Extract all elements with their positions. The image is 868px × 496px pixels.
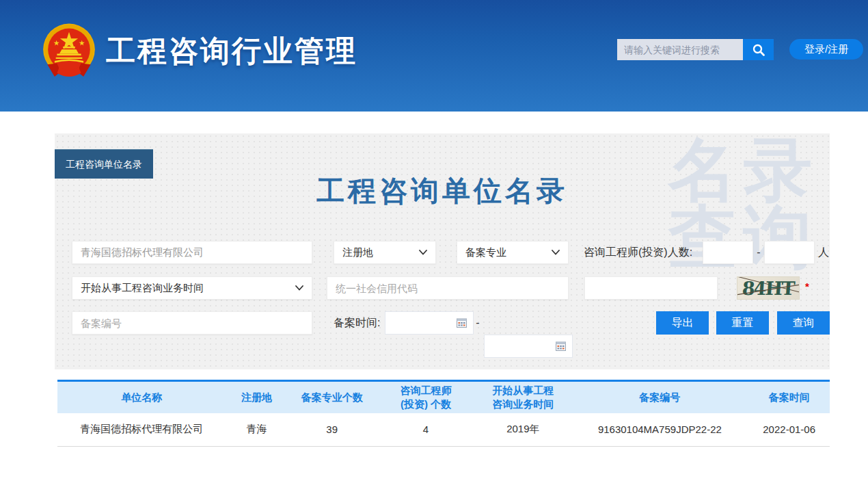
chevron-down-icon bbox=[419, 250, 427, 255]
record-time-end-input[interactable] bbox=[484, 335, 573, 358]
table-header-row: 单位名称 注册地 备案专业个数 咨询工程师 (投资) 个数 开始从事工程 咨询业… bbox=[57, 382, 830, 413]
col-header-record-time: 备案时间 bbox=[748, 382, 830, 413]
col-header-unit-name: 单位名称 bbox=[57, 382, 226, 413]
form-row-2: 开始从事工程咨询业务时间 84HT * bbox=[55, 276, 830, 300]
captcha-text: 84HT bbox=[742, 278, 794, 299]
engineer-count-max-input[interactable] bbox=[764, 241, 815, 264]
form-row-1: 注册地 备案专业 咨询工程师(投资)人数: - 人 bbox=[55, 241, 830, 264]
chevron-down-icon bbox=[552, 250, 560, 255]
site-title: 工程咨询行业管理 bbox=[106, 31, 357, 71]
person-unit-label: 人 bbox=[818, 241, 829, 264]
record-time-start-input[interactable] bbox=[385, 311, 474, 335]
record-time-label: 备案时间: bbox=[334, 311, 380, 335]
start-time-select[interactable]: 开始从事工程咨询业务时间 bbox=[72, 276, 312, 300]
required-asterisk: * bbox=[805, 276, 809, 300]
record-number-input[interactable] bbox=[72, 311, 312, 335]
registration-place-value: 注册地 bbox=[342, 246, 373, 259]
page-title: 工程咨询单位名录 bbox=[55, 172, 830, 210]
specialty-value: 备案专业 bbox=[465, 246, 506, 259]
search-input[interactable] bbox=[617, 39, 743, 60]
captcha-input[interactable] bbox=[584, 276, 718, 300]
engineer-count-min-input[interactable] bbox=[703, 241, 753, 264]
col-header-engineer-count: 咨询工程师 (投资) 个数 bbox=[377, 382, 476, 413]
search-icon bbox=[752, 43, 765, 57]
table-row: 青海国德招标代理有限公司 青海 39 4 2019年 91630104MA759… bbox=[57, 413, 830, 446]
results-table: 单位名称 注册地 备案专业个数 咨询工程师 (投资) 个数 开始从事工程 咨询业… bbox=[57, 380, 830, 447]
captcha-image[interactable]: 84HT bbox=[737, 276, 800, 300]
cell-unit-name: 青海国德招标代理有限公司 bbox=[57, 413, 226, 446]
company-name-input[interactable] bbox=[72, 241, 312, 264]
tab-unit-directory[interactable]: 工程咨询单位名录 bbox=[55, 149, 153, 179]
start-time-value: 开始从事工程咨询业务时间 bbox=[81, 282, 204, 295]
reset-button[interactable]: 重置 bbox=[716, 311, 769, 335]
national-emblem-icon bbox=[39, 21, 99, 82]
engineer-count-label: 咨询工程师(投资)人数: bbox=[584, 241, 692, 264]
form-row-3: 备案时间: - bbox=[55, 311, 830, 335]
credit-code-input[interactable] bbox=[327, 276, 569, 300]
cell-specialty-count: 39 bbox=[288, 413, 377, 446]
login-register-button[interactable]: 登录/注册 bbox=[789, 39, 863, 60]
export-button[interactable]: 导出 bbox=[656, 311, 709, 335]
query-panel: 名录 查询 工程咨询单位名录 工程咨询单位名录 注册地 备案专业 咨询工程师(投… bbox=[55, 133, 830, 369]
col-header-specialty-count: 备案专业个数 bbox=[288, 382, 377, 413]
col-header-record-no: 备案编号 bbox=[571, 382, 748, 413]
calendar-icon bbox=[556, 341, 566, 351]
cell-record-no: 91630104MA759JDP22-22 bbox=[571, 413, 748, 446]
cell-reg-place: 青海 bbox=[226, 413, 287, 446]
date-range-separator: - bbox=[473, 311, 483, 335]
chevron-down-icon bbox=[295, 285, 303, 291]
registration-place-select[interactable]: 注册地 bbox=[334, 241, 436, 264]
col-header-reg-place: 注册地 bbox=[226, 382, 287, 413]
cell-record-time: 2022-01-06 bbox=[748, 413, 830, 446]
cell-engineer-count: 4 bbox=[377, 413, 476, 446]
calendar-icon bbox=[457, 318, 467, 328]
search-button[interactable] bbox=[743, 39, 774, 60]
specialty-select[interactable]: 备案专业 bbox=[457, 241, 569, 264]
query-button[interactable]: 查询 bbox=[777, 311, 830, 335]
cell-start-time: 2019年 bbox=[475, 413, 571, 446]
range-separator: - bbox=[754, 241, 763, 264]
top-banner: 工程咨询行业管理 登录/注册 bbox=[0, 0, 868, 112]
banner-search bbox=[617, 39, 774, 60]
col-header-start-time: 开始从事工程 咨询业务时间 bbox=[475, 382, 571, 413]
